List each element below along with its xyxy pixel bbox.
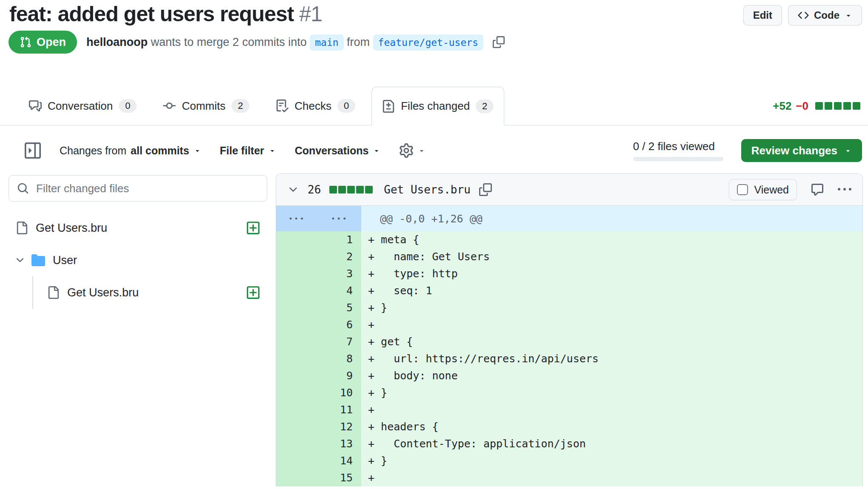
code-button[interactable]: Code [788,5,862,26]
line-number[interactable]: 15 [276,469,361,486]
changes-from-label: Changes from [60,145,126,157]
line-number[interactable]: 10 [276,384,361,401]
files-viewed-text: 0 / 2 files viewed [633,140,715,153]
chevron-down-icon [845,11,852,19]
diff-line-row: 12 + headers { [276,418,862,435]
review-changes-button[interactable]: Review changes [741,139,862,162]
file-icon [15,222,28,234]
line-code: + name: Get Users [361,248,862,265]
line-number[interactable]: 13 [276,435,361,452]
line-number[interactable]: 3 [276,265,361,282]
files-viewed-progress-bar [633,157,723,161]
pr-number: #1 [299,2,322,26]
copy-file-path-icon[interactable] [479,183,492,196]
tree-item-label: User [53,254,77,267]
diff-file-name[interactable]: Get Users.bru [384,183,471,196]
pr-tab-bar: Conversation 0 Commits 2 Checks 0 Files … [0,87,868,125]
diff-line-row: 7 + get { [276,333,862,350]
file-filter-dropdown[interactable]: File filter [220,145,276,157]
line-number[interactable]: 8 [276,350,361,367]
diffstat-block [347,186,355,193]
changes-from-dropdown[interactable]: Changes from all commits [60,145,201,157]
merge-text: wants to merge 2 commits into [151,36,307,48]
tab-count-badge: 2 [231,99,249,113]
conversations-dropdown[interactable]: Conversations [295,145,381,157]
collapse-file-tree-icon[interactable] [25,142,41,159]
line-number[interactable]: 4 [276,282,361,299]
line-number[interactable]: 6 [276,316,361,333]
checklist-icon [276,100,288,112]
line-number[interactable]: 14 [276,452,361,469]
filter-changed-files-input[interactable] [9,175,267,202]
line-number[interactable]: 1 [276,231,361,248]
status-badge-label: Open [37,36,66,49]
viewed-button[interactable]: Viewed [729,179,797,200]
line-code: + headers { [361,418,862,435]
files-toolbar: Changes from all commits File filter Con… [0,125,868,176]
files-viewed-block: 0 / 2 files viewed [633,140,723,161]
hunk-gutter[interactable]: ··· ··· [276,206,361,231]
diffstat-block [338,186,346,193]
review-changes-label: Review changes [751,144,837,157]
diff-line-row: 3 + type: http [276,265,862,282]
head-branch-label[interactable]: feature/get-users [373,34,483,51]
tab-label: Files changed [401,100,470,113]
line-code: + Content-Type: application/json [361,435,862,452]
diff-header-actions: Viewed [729,179,851,200]
edit-button[interactable]: Edit [743,5,782,26]
line-code: + type: http [361,265,862,282]
base-branch-label[interactable]: main [310,34,343,51]
conversations-label: Conversations [295,145,369,157]
filter-field-wrap [9,175,267,202]
edit-button-label: Edit [753,9,772,21]
line-number[interactable]: 12 [276,418,361,435]
author-name[interactable]: helloanoop [86,36,148,48]
diff-file-header: 26 Get Users.bru Viewed [276,174,862,206]
tab-count-badge: 0 [119,99,137,113]
status-badge: Open [9,31,77,54]
diff-line-row: 9 + body: none [276,367,862,384]
line-number[interactable]: 11 [276,401,361,418]
line-number[interactable]: 9 [276,367,361,384]
header-actions: Edit Code [743,5,862,26]
diff-code-lines: 1 + meta { 2 + name: Get Users 3 + type:… [276,231,862,486]
copy-branch-icon[interactable] [493,36,505,48]
collapse-diff-chevron-icon[interactable] [287,184,299,196]
file-diff-icon [382,100,395,113]
file-tree: Get Users.bru User Get Users.bru [9,212,267,309]
tab-label: Commits [182,100,226,113]
diffstat-block [843,102,851,110]
tab-files-changed[interactable]: Files changed 2 [371,87,504,125]
line-code: + } [361,299,862,316]
tree-item-get-users-bru[interactable]: Get Users.bru [9,212,267,244]
viewed-checkbox[interactable] [737,184,748,195]
triangle-down-icon [194,147,201,154]
tab-commits[interactable]: Commits 2 [153,87,260,125]
line-number[interactable]: 5 [276,299,361,316]
diffstat-block [329,186,337,193]
changes-from-value: all commits [131,145,189,157]
line-code: + [361,469,862,486]
kebab-menu-icon[interactable] [838,183,851,196]
diff-line-row: 1 + meta { [276,231,862,248]
tab-conversation[interactable]: Conversation 0 [19,87,147,125]
tab-checks[interactable]: Checks 0 [266,87,365,125]
diff-line-row: 10 + } [276,384,862,401]
tree-item-user-folder[interactable]: User [9,244,267,276]
comment-icon[interactable] [811,183,824,196]
diff-settings-dropdown[interactable] [399,143,425,158]
line-number[interactable]: 7 [276,333,361,350]
diff-line-row: 13 + Content-Type: application/json [276,435,862,452]
line-code: + [361,316,862,333]
comment-discussion-icon [29,100,42,112]
pr-meta-row: Open helloanoop wants to merge 2 commits… [9,31,505,54]
hunk-header-row: ··· ··· @@ -0,0 +1,26 @@ [276,206,862,231]
line-code: + [361,401,862,418]
tree-item-user-get-users-bru[interactable]: Get Users.bru [9,276,267,309]
diffstat-block [365,186,373,193]
triangle-down-icon [268,147,276,154]
line-code: + } [361,384,862,401]
line-number[interactable]: 2 [276,248,361,265]
folder-icon [31,253,45,267]
triangle-down-icon [844,147,852,154]
